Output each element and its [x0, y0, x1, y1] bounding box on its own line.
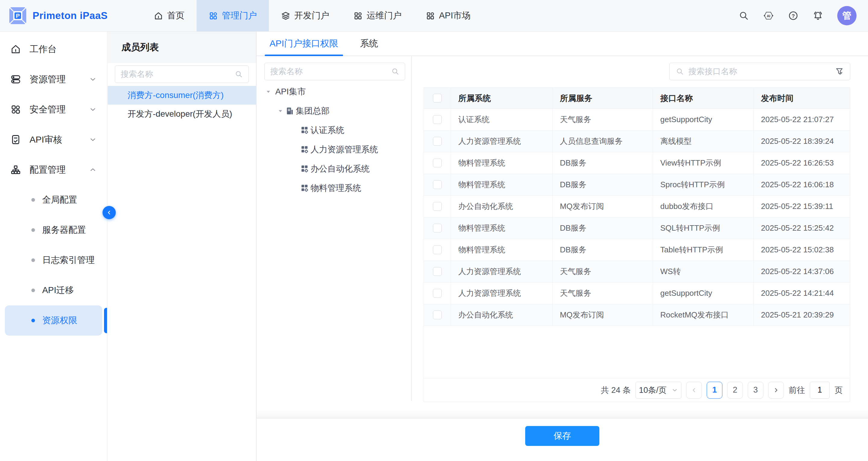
sidebar-item-workbench[interactable]: 工作台 — [0, 34, 107, 64]
page-button-2[interactable]: 2 — [727, 382, 743, 399]
member-panel-title: 成员列表 — [107, 32, 256, 63]
prev-page-button[interactable] — [686, 382, 702, 399]
row-checkbox[interactable] — [433, 224, 442, 233]
table-row[interactable]: 物料管理系统 DB服务 SQL转HTTP示例 2025-05-22 15:25:… — [424, 217, 850, 239]
cell-service: MQ发布订阅 — [553, 304, 653, 326]
row-checkbox[interactable] — [433, 311, 442, 319]
cell-service: 人员信息查询服务 — [553, 130, 653, 152]
system-cubes-icon — [300, 184, 309, 193]
goto-page-input[interactable] — [810, 382, 830, 399]
tree-node-label: 认证系统 — [311, 125, 344, 136]
sidebar-item-api-review[interactable]: API审核 — [0, 125, 107, 155]
row-checkbox[interactable] — [433, 159, 442, 167]
member-item-consumer[interactable]: 消费方-consumer(消费方) — [107, 86, 256, 104]
sidebar-item-global-config[interactable]: 全局配置 — [5, 185, 102, 215]
member-item-developer[interactable]: 开发方-developer(开发人员) — [107, 104, 256, 123]
row-checkbox[interactable] — [433, 289, 442, 298]
tree-node-oa-system[interactable]: 办公自动化系统 — [265, 159, 405, 179]
nav-item-admin-portal[interactable]: 管理门户 — [196, 0, 269, 31]
tree: API集市 集团总部 — [265, 82, 405, 198]
chevron-up-icon — [89, 166, 97, 174]
nav-item-home[interactable]: 首页 — [142, 0, 196, 31]
sidebar-item-label: 安全管理 — [30, 103, 66, 116]
sidebar-item-log-index-mgmt[interactable]: 日志索引管理 — [5, 245, 102, 275]
home-icon — [154, 11, 163, 21]
help-icon[interactable]: ? — [788, 10, 799, 21]
cell-publish-time: 2025-05-22 14:21:44 — [754, 282, 850, 304]
search-icon — [391, 67, 400, 76]
nav-item-dev-portal[interactable]: 开发门户 — [269, 0, 341, 31]
cell-publish-time: 2025-05-22 21:07:27 — [754, 109, 850, 130]
sidebar-item-resource-permission[interactable]: 资源权限 — [5, 305, 102, 336]
tab-system[interactable]: 系统 — [360, 32, 378, 56]
bell-icon[interactable] — [812, 10, 824, 21]
cell-interface: dubbo发布接口 — [653, 196, 754, 217]
column-header-service: 所属服务 — [553, 88, 653, 109]
caret-down-icon[interactable] — [277, 107, 284, 114]
table-row[interactable]: 办公自动化系统 MQ发布订阅 RocketMQ发布接口 2025-05-21 2… — [424, 304, 850, 326]
sidebar-item-label: 工作台 — [30, 43, 57, 56]
avatar[interactable]: 管 — [837, 6, 857, 25]
row-checkbox[interactable] — [433, 202, 442, 211]
caret-down-icon[interactable] — [265, 88, 272, 95]
page-button-3[interactable]: 3 — [748, 382, 764, 399]
total-count: 共 24 条 — [601, 385, 631, 396]
pagination: 共 24 条 10条/页 1 2 3 前往 页 — [424, 378, 850, 402]
ai-assistant-icon[interactable]: AI — [763, 10, 774, 21]
row-checkbox[interactable] — [433, 180, 442, 189]
nav-item-label: 首页 — [167, 10, 185, 22]
row-checkbox[interactable] — [433, 137, 442, 146]
tree-node-api-market[interactable]: API集市 — [265, 82, 405, 101]
tree-search-input[interactable] — [270, 67, 388, 76]
cell-service: DB服务 — [553, 217, 653, 239]
cell-service: DB服务 — [553, 152, 653, 174]
next-page-button[interactable] — [768, 382, 784, 399]
member-search-input[interactable] — [121, 70, 231, 79]
svg-text:P: P — [16, 13, 20, 19]
page-button-1[interactable]: 1 — [707, 382, 722, 399]
sidebar-collapse-button[interactable] — [102, 206, 116, 219]
tree-node-group-hq[interactable]: 集团总部 — [265, 101, 405, 121]
nav-item-label: 管理门户 — [222, 10, 257, 22]
interface-search-input[interactable] — [688, 67, 831, 76]
sidebar-item-security-mgmt[interactable]: 安全管理 — [0, 94, 107, 125]
nav-item-ops-portal[interactable]: 运维门户 — [341, 0, 414, 31]
cell-system: 人力资源管理系统 — [451, 282, 553, 304]
nav-item-api-market[interactable]: API市场 — [414, 0, 483, 31]
tree-node-material-system[interactable]: 物料管理系统 — [265, 179, 405, 198]
row-checkbox[interactable] — [433, 267, 442, 276]
table-row[interactable]: 办公自动化系统 MQ发布订阅 dubbo发布接口 2025-05-22 15:3… — [424, 196, 850, 217]
cell-publish-time: 2025-05-22 18:39:24 — [754, 130, 850, 152]
sidebar-item-server-config[interactable]: 服务器配置 — [5, 215, 102, 245]
tab-api-portal-permission[interactable]: API门户接口权限 — [270, 32, 338, 56]
cell-publish-time: 2025-05-22 16:06:18 — [754, 174, 850, 195]
main-panel: API门户接口权限 系统 API集市 — [256, 32, 868, 461]
table-row[interactable]: 人力资源管理系统 天气服务 getSupportCity 2025-05-22 … — [424, 282, 850, 304]
tree-node-label: 集团总部 — [296, 105, 330, 117]
save-button[interactable]: 保存 — [525, 426, 599, 446]
sidebar-item-config-mgmt[interactable]: 配置管理 — [0, 155, 107, 185]
bullet-dot-icon — [31, 228, 35, 232]
sidebar-subitem-label: API迁移 — [42, 284, 74, 296]
member-panel: 成员列表 消费方-consumer(消费方) 开发方-developer(开发人… — [107, 32, 256, 461]
tree-node-auth-system[interactable]: 认证系统 — [265, 121, 405, 140]
chevron-down-icon — [89, 136, 97, 144]
search-icon[interactable] — [738, 10, 749, 21]
table-row[interactable]: 人力资源管理系统 天气服务 WS转 2025-05-22 14:37:06 — [424, 261, 850, 282]
nav-item-label: 开发门户 — [294, 10, 329, 22]
row-checkbox[interactable] — [433, 245, 442, 254]
chevron-left-icon — [691, 387, 698, 394]
table-row[interactable]: 物料管理系统 DB服务 View转HTTP示例 2025-05-22 16:26… — [424, 152, 850, 174]
table-row[interactable]: 认证系统 天气服务 getSupportCity 2025-05-22 21:0… — [424, 109, 850, 130]
row-checkbox[interactable] — [433, 115, 442, 124]
table-row[interactable]: 物料管理系统 DB服务 Table转HTTP示例 2025-05-22 15:0… — [424, 239, 850, 261]
page-size-select[interactable]: 10条/页 — [636, 382, 681, 399]
sidebar-item-api-migration[interactable]: API迁移 — [5, 275, 102, 305]
filter-icon[interactable] — [835, 67, 844, 76]
table-row[interactable]: 人力资源管理系统 人员信息查询服务 离线模型 2025-05-22 18:39:… — [424, 130, 850, 152]
sidebar-item-resource-mgmt[interactable]: 资源管理 — [0, 64, 107, 94]
chevron-down-icon — [672, 387, 678, 394]
tree-node-hr-system[interactable]: 人力资源管理系统 — [265, 140, 405, 159]
select-all-checkbox[interactable] — [433, 94, 442, 102]
table-row[interactable]: 物料管理系统 DB服务 Sproc转HTTP示例 2025-05-22 16:0… — [424, 174, 850, 196]
